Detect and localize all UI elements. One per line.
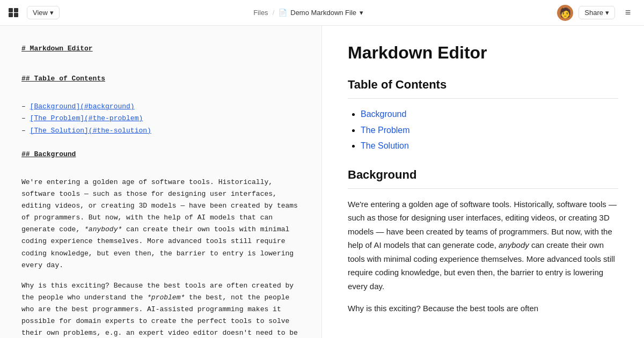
- editor-toc-item1: – [Background](#background): [21, 101, 300, 113]
- preview-divider2: [348, 188, 618, 189]
- preview-h1: Markdown Editor: [348, 43, 618, 63]
- editor-italic1: *anybody*: [84, 225, 122, 233]
- editor-para1: We're entering a golden age of software …: [21, 177, 300, 271]
- editor-h1: # Markdown Editor: [21, 43, 300, 55]
- avatar: 🧑: [557, 5, 573, 21]
- files-label[interactable]: Files: [253, 9, 268, 17]
- preview-bg-para2: Why is this exciting? Because the best t…: [348, 302, 618, 315]
- main-content: # Markdown Editor ## Table of Contents –…: [0, 26, 644, 338]
- file-name-label: Demo Markdown File: [290, 9, 356, 17]
- preview-toc-list: Background The Problem The Solution: [348, 107, 618, 153]
- toc-link-background[interactable]: Background: [361, 109, 406, 119]
- editor-toc-item3: – [The Solution](#the-solution): [21, 125, 300, 137]
- toc-link-solution[interactable]: The Solution: [361, 141, 409, 150]
- share-label: Share: [584, 9, 603, 17]
- topbar-center: Files / 📄 Demo Markdown File ▾: [253, 9, 363, 17]
- preview-pane: Markdown Editor Table of Contents Backgr…: [322, 26, 644, 338]
- list-item: The Solution: [361, 139, 618, 153]
- preview-divider1: [348, 98, 618, 99]
- preview-italic-anybody: anybody: [499, 240, 529, 249]
- file-icon: 📄: [279, 9, 287, 17]
- preview-bg-heading: Background: [348, 168, 618, 182]
- editor-h2-toc: ## Table of Contents: [21, 73, 300, 85]
- breadcrumb-separator: /: [273, 9, 275, 17]
- topbar-left: View ▾: [9, 6, 60, 19]
- topbar: View ▾ Files / 📄 Demo Markdown File ▾ 🧑 …: [0, 0, 644, 26]
- file-chevron-icon: ▾: [360, 9, 363, 17]
- view-chevron-icon: ▾: [50, 9, 54, 17]
- preview-bg-para1: We're entering a golden age of software …: [348, 197, 618, 293]
- menu-button[interactable]: ≡: [620, 5, 635, 20]
- view-button[interactable]: View ▾: [27, 6, 60, 19]
- file-name-container[interactable]: 📄 Demo Markdown File ▾: [279, 9, 363, 17]
- preview-toc-heading: Table of Contents: [348, 78, 618, 92]
- logo: [9, 8, 18, 17]
- topbar-right: 🧑 Share ▾ ≡: [557, 5, 635, 21]
- editor-toc-item2: – [The Problem](#the-problem): [21, 113, 300, 124]
- share-button[interactable]: Share ▾: [579, 6, 615, 19]
- toc-link-problem[interactable]: The Problem: [361, 126, 410, 135]
- avatar-image: 🧑: [559, 7, 571, 19]
- editor-h2-bg: ## Background: [21, 149, 300, 160]
- view-label: View: [33, 9, 48, 17]
- menu-icon: ≡: [625, 7, 631, 18]
- share-chevron-icon: ▾: [605, 9, 609, 17]
- list-item: Background: [361, 107, 618, 121]
- editor-pane[interactable]: # Markdown Editor ## Table of Contents –…: [0, 26, 322, 338]
- list-item: The Problem: [361, 123, 618, 137]
- editor-para2: Why is this exciting? Because the best t…: [21, 280, 300, 338]
- editor-italic2: *problem*: [147, 293, 185, 302]
